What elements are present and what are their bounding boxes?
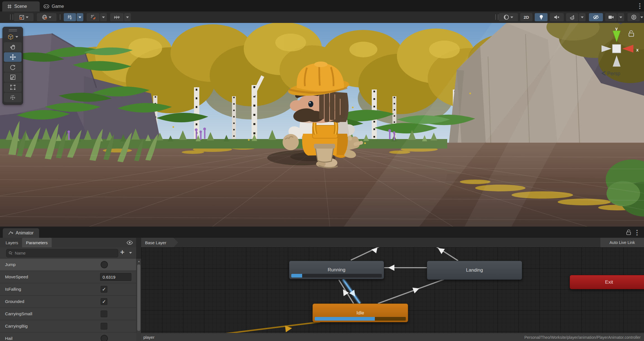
editor-tab-bar: Scene Game ••• (0, 0, 644, 11)
panel-kebab-icon[interactable]: ••• (636, 229, 638, 236)
preview-eye-button[interactable] (127, 238, 136, 247)
state-machine-canvas[interactable]: Running Landing Idle Exit (141, 247, 644, 333)
parameter-row-hail[interactable]: Hail (0, 333, 136, 341)
projection-label[interactable]: Persp (602, 71, 620, 76)
snap-settings-dropdown[interactable] (100, 13, 107, 21)
parameter-search-row: Name + (0, 247, 136, 259)
grid-visibility-button[interactable]: Y (64, 13, 76, 21)
panel-lock-icon[interactable] (626, 229, 631, 235)
transform-tool-button[interactable] (4, 93, 22, 102)
chevron-down-icon (26, 17, 29, 18)
state-node-idle[interactable]: Idle (312, 304, 408, 322)
grid-y-icon: Y (67, 15, 72, 20)
gizmo-axis-cone (602, 45, 612, 52)
tab-parameters[interactable]: Parameters (22, 238, 52, 247)
state-node-landing[interactable]: Landing (427, 261, 522, 280)
state-progress-track (315, 317, 406, 321)
parameter-row-carryingbig[interactable]: CarryingBig (0, 320, 136, 333)
checkbox[interactable] (101, 323, 107, 330)
scrollbar-thumb[interactable] (137, 264, 140, 331)
trigger-radio[interactable] (101, 261, 108, 268)
checkbox[interactable] (101, 286, 107, 293)
tab-animator[interactable]: Animator (3, 228, 39, 238)
scroll-up-icon[interactable]: ▲ (136, 260, 141, 263)
effects-dropdown[interactable] (579, 13, 586, 21)
tab-scene[interactable]: Scene (2, 1, 40, 11)
scene-camera-dropdown[interactable] (617, 13, 624, 21)
parameter-scrollbar[interactable]: ▲ ▼ (136, 259, 141, 341)
view-options-button[interactable] (3, 32, 23, 42)
tab-layers[interactable]: Layers (2, 238, 22, 247)
add-parameter-button[interactable]: + (120, 248, 124, 257)
tab-game[interactable]: Game (39, 1, 74, 11)
move-tool-button[interactable] (4, 52, 22, 62)
add-parameter-dropdown[interactable] (129, 252, 132, 254)
chevron-down-icon (15, 36, 18, 38)
handle-orientation-button[interactable] (37, 13, 56, 21)
selected-object-label[interactable]: player (141, 335, 155, 340)
parameter-row-jump[interactable]: Jump (0, 259, 136, 271)
parameter-row-grounded[interactable]: Grounded (0, 296, 136, 308)
parameter-list: Jump MoveSpeed 0.6319 IsFalling Grounded… (0, 259, 136, 341)
increment-snap-dropdown[interactable] (124, 13, 131, 21)
tab-animator-label: Animator (16, 231, 34, 236)
hand-tool-button[interactable] (4, 42, 22, 52)
scene-grid-icon (7, 4, 12, 9)
state-node-exit[interactable]: Exit (570, 275, 644, 289)
parameter-name: CarryingBig (5, 324, 28, 329)
lock-icon[interactable] (629, 31, 634, 37)
effects-button[interactable] (566, 13, 578, 21)
audio-toggle-button[interactable] (550, 13, 564, 21)
tab-scene-label: Scene (14, 4, 27, 9)
hidden-objects-button[interactable] (589, 13, 603, 21)
scene-camera-button[interactable] (605, 13, 617, 21)
snap-settings-button[interactable] (87, 13, 100, 21)
palette-drag-handle[interactable] (9, 29, 17, 30)
statusbar-corner (136, 333, 141, 341)
breadcrumb-base-layer[interactable]: Base Layer (141, 238, 178, 247)
rect-tool-button[interactable] (4, 83, 22, 92)
parameter-row-carryingsmall[interactable]: CarryingSmall (0, 308, 136, 320)
kebab-icon[interactable]: ••• (639, 3, 641, 10)
auto-live-link-button[interactable]: Auto Live Link (600, 238, 644, 247)
tab-game-label: Game (52, 4, 64, 9)
view-cube-icon (8, 34, 14, 40)
toolbar-grip-icon[interactable] (495, 14, 498, 20)
float-field[interactable]: 0.6319 (100, 273, 131, 281)
toolbar-grip-icon[interactable] (10, 14, 13, 20)
shading-sphere-icon (504, 15, 509, 20)
gizmos-button[interactable] (628, 13, 640, 21)
chevron-down-icon (102, 17, 105, 18)
transform-tool-icon (10, 95, 16, 100)
checkbox[interactable] (101, 298, 107, 305)
checkbox[interactable] (101, 311, 107, 317)
svg-text:Y: Y (70, 17, 72, 20)
pivot-button[interactable] (14, 13, 34, 21)
scene-viewport[interactable]: y x Persp (0, 23, 644, 227)
gizmos-dropdown[interactable] (640, 13, 643, 21)
trigger-radio[interactable] (101, 335, 108, 341)
animator-tab-bar: Animator ••• (0, 227, 644, 238)
increment-snap-button[interactable] (110, 13, 124, 21)
chevron-down-icon (126, 17, 129, 18)
parameter-row-movespeed[interactable]: MoveSpeed 0.6319 (0, 271, 136, 283)
gizmo-x-label: x (636, 48, 639, 52)
grid-visibility-dropdown[interactable] (77, 13, 83, 21)
scene-lighting-button[interactable] (535, 13, 548, 21)
rect-tool-icon (10, 84, 16, 90)
orientation-gizmo[interactable]: y x Persp (595, 26, 643, 79)
scene-toolbar: Y 2D (0, 11, 644, 23)
parameter-row-isfalling[interactable]: IsFalling (0, 283, 136, 296)
state-progress-track (291, 274, 382, 277)
state-node-running[interactable]: Running (289, 261, 384, 279)
rotate-tool-button[interactable] (4, 62, 22, 72)
scale-tool-button[interactable] (4, 72, 22, 82)
search-input[interactable]: Name (6, 249, 118, 257)
2d-toggle-button[interactable]: 2D (520, 13, 532, 21)
parameter-name: IsFalling (5, 287, 21, 292)
shading-mode-button[interactable] (499, 13, 518, 21)
controller-asset-path: Personal/Theo/Worksite/player/animation/… (524, 335, 644, 340)
parameter-name: Jump (5, 262, 16, 267)
parameter-name: Grounded (5, 299, 24, 304)
hidden-objects-eye-icon (593, 15, 599, 20)
